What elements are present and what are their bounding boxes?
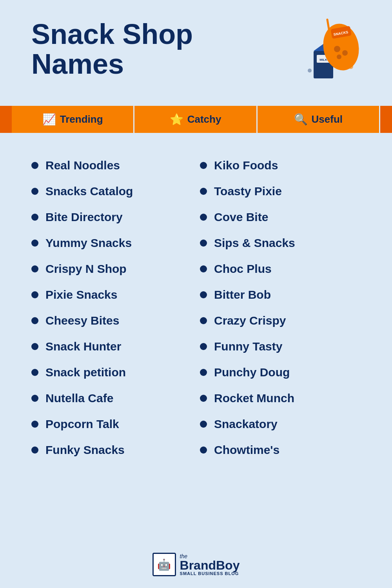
snack-illustration: MILK SNACKS: [290, 16, 368, 94]
brand-name: BrandBoy: [180, 559, 240, 572]
item-label: Snack petition: [45, 366, 126, 379]
bullet: [200, 395, 207, 402]
bullet: [200, 162, 207, 169]
bullet: [200, 369, 207, 376]
list-item-left-9: Nutella Cafe: [31, 385, 200, 411]
list-item-right-0: Kiko Foods: [200, 152, 368, 178]
bullet: [200, 240, 207, 247]
bullet: [31, 317, 38, 324]
item-label: Popcorn Talk: [45, 417, 119, 431]
bullet: [200, 317, 207, 324]
item-label: Choc Plus: [214, 262, 272, 276]
item-label: Crispy N Shop: [45, 262, 127, 276]
item-label: Sips & Snacks: [214, 236, 295, 250]
brandboy-logo-icon: 🤖: [152, 553, 176, 576]
bullet: [200, 421, 207, 428]
useful-icon: 🔍: [294, 113, 308, 126]
item-label: Toasty Pixie: [214, 185, 282, 198]
svg-point-12: [308, 69, 312, 73]
left-column: Real Noodles Snacks Catalog Bite Directo…: [31, 152, 200, 463]
list-item-right-5: Bitter Bob: [200, 282, 368, 308]
list-item-left-4: Crispy N Shop: [31, 256, 200, 282]
list-item-right-6: Crazy Crispy: [200, 308, 368, 334]
bullet: [200, 265, 207, 272]
bullet: [31, 446, 38, 454]
list-item-left-1: Snacks Catalog: [31, 178, 200, 204]
catchy-icon: ⭐: [170, 113, 183, 126]
tab-useful[interactable]: 🔍 Useful: [258, 106, 380, 133]
list-item-right-4: Choc Plus: [200, 256, 368, 282]
bullet: [31, 343, 38, 350]
bullet: [31, 240, 38, 247]
bullet: [31, 265, 38, 272]
page-header: Snack Shop Names MILK SNACKS: [0, 0, 392, 102]
item-label: Rocket Munch: [214, 392, 294, 405]
left-accent: [0, 106, 12, 133]
brand-text: the BrandBoy Small Business Blog: [180, 554, 240, 576]
bullet: [31, 188, 38, 195]
list-item-left-8: Snack petition: [31, 359, 200, 385]
bullet: [31, 395, 38, 402]
bullet: [31, 421, 38, 428]
item-label: Crazy Crispy: [214, 314, 286, 327]
list-item-left-3: Yummy Snacks: [31, 230, 200, 256]
item-label: Yummy Snacks: [45, 236, 132, 250]
list-item-right-1: Toasty Pixie: [200, 178, 368, 204]
right-accent: [380, 106, 392, 133]
tabs-inner: 📈 Trending ⭐ Catchy 🔍 Useful: [12, 106, 380, 133]
brand-logo: 🤖 the BrandBoy Small Business Blog: [152, 553, 240, 576]
bullet: [31, 162, 38, 169]
brand-sub: Small Business Blog: [180, 572, 239, 576]
list-item-right-8: Punchy Doug: [200, 359, 368, 385]
bullet: [31, 291, 38, 298]
item-label: Funny Tasty: [214, 340, 282, 353]
list-item-right-10: Snackatory: [200, 411, 368, 437]
list-item-left-2: Bite Directory: [31, 204, 200, 230]
title-block: Snack Shop Names: [31, 20, 193, 79]
content-area: Real Noodles Snacks Catalog Bite Directo…: [0, 145, 392, 479]
svg-text:MILK: MILK: [319, 58, 327, 62]
item-label: Bitter Bob: [214, 288, 271, 301]
list-item-left-10: Popcorn Talk: [31, 411, 200, 437]
bullet: [200, 446, 207, 454]
tab-catchy-label: Catchy: [187, 113, 221, 125]
item-label: Snackatory: [214, 417, 278, 431]
list-item-right-2: Cove Bite: [200, 204, 368, 230]
trending-icon: 📈: [42, 113, 56, 126]
svg-line-10: [327, 20, 329, 31]
list-item-left-5: Pixie Snacks: [31, 282, 200, 308]
bullet: [200, 188, 207, 195]
item-label: Kiko Foods: [214, 159, 278, 172]
tab-catchy[interactable]: ⭐ Catchy: [134, 106, 257, 133]
tab-useful-label: Useful: [312, 113, 343, 125]
item-label: Cove Bite: [214, 211, 268, 224]
bullet: [200, 343, 207, 350]
right-column: Kiko Foods Toasty Pixie Cove Bite Sips &…: [200, 152, 368, 463]
item-label: Snack Hunter: [45, 340, 121, 353]
bullet: [200, 291, 207, 298]
svg-point-11: [348, 64, 353, 69]
item-label: Punchy Doug: [214, 366, 290, 379]
item-label: Nutella Cafe: [45, 392, 113, 405]
item-label: Real Noodles: [45, 159, 120, 172]
list-item-right-9: Rocket Munch: [200, 385, 368, 411]
tab-trending[interactable]: 📈 Trending: [12, 106, 134, 133]
list-item-left-7: Snack Hunter: [31, 334, 200, 359]
list-item-left-6: Cheesy Bites: [31, 308, 200, 334]
list-item-left-11: Funky Snacks: [31, 437, 200, 463]
tab-trending-label: Trending: [60, 113, 103, 125]
item-label: Bite Directory: [45, 211, 123, 224]
list-item-right-3: Sips & Snacks: [200, 230, 368, 256]
svg-point-7: [334, 46, 340, 52]
item-label: Chowtime's: [214, 443, 279, 457]
bullet: [31, 214, 38, 221]
page-title: Snack Shop Names: [31, 20, 193, 79]
tabs-bar: 📈 Trending ⭐ Catchy 🔍 Useful: [0, 106, 392, 133]
list-item-right-7: Funny Tasty: [200, 334, 368, 359]
list-item-right-11: Chowtime's: [200, 437, 368, 463]
bullet: [31, 369, 38, 376]
footer: 🤖 the BrandBoy Small Business Blog: [152, 545, 240, 588]
svg-point-9: [337, 54, 341, 59]
item-label: Pixie Snacks: [45, 288, 117, 301]
item-label: Snacks Catalog: [45, 185, 133, 198]
